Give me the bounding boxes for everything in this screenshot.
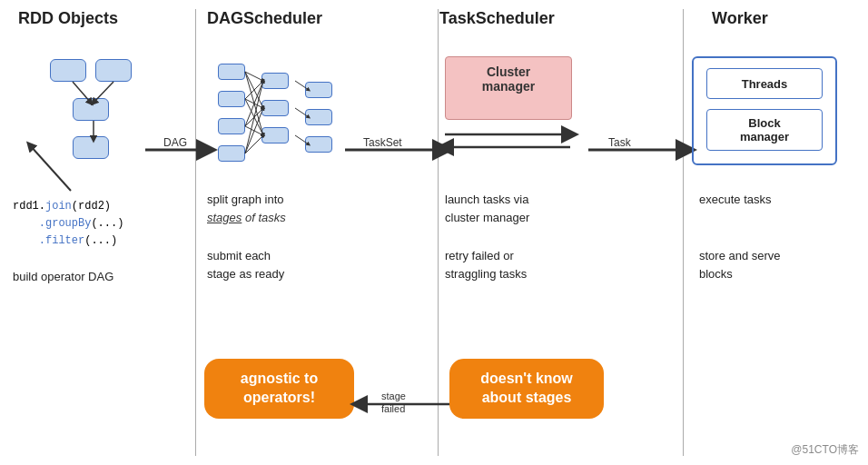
cluster-manager-label: Clustermanager bbox=[482, 64, 535, 94]
worker-desc2: store and serveblocks bbox=[699, 247, 781, 282]
worker-header: Worker bbox=[712, 9, 768, 28]
svg-line-19 bbox=[295, 108, 309, 117]
cluster-arrows bbox=[445, 118, 577, 163]
agnostic-btn[interactable]: agnostic tooperators! bbox=[204, 359, 354, 419]
agnostic-label: agnostic tooperators! bbox=[241, 371, 318, 405]
svg-text:failed: failed bbox=[381, 403, 405, 414]
dag-network bbox=[213, 59, 350, 177]
dag-arrow: DAG bbox=[145, 136, 218, 163]
rdd-upleft-arrow bbox=[25, 141, 80, 195]
dag-desc1: split graph into stages of tasks bbox=[207, 191, 286, 226]
svg-line-18 bbox=[295, 81, 309, 90]
svg-line-3 bbox=[30, 145, 71, 191]
cluster-manager-box: Clustermanager bbox=[445, 56, 572, 120]
rdd-header: RDD Objects bbox=[18, 9, 118, 28]
stage-failed-arrow: stage failed bbox=[354, 381, 454, 418]
taskset-arrow: TaskSet bbox=[345, 136, 454, 163]
svg-line-15 bbox=[245, 81, 263, 153]
threads-box: Threads bbox=[706, 68, 823, 99]
diagram: RDD Objects DAGScheduler TaskScheduler W… bbox=[0, 0, 868, 465]
doesnt-know-label: doesn't knowabout stages bbox=[480, 371, 573, 405]
task-desc2: retry failed orstraggling tasks bbox=[445, 247, 527, 282]
svg-text:stage: stage bbox=[381, 391, 406, 401]
worker-desc1: execute tasks bbox=[699, 191, 772, 209]
task-desc1: launch tasks viacluster manager bbox=[445, 191, 529, 226]
svg-text:TaskSet: TaskSet bbox=[363, 136, 402, 149]
svg-line-0 bbox=[73, 82, 91, 103]
task-header: TaskScheduler bbox=[439, 9, 555, 28]
threads-label: Threads bbox=[742, 77, 788, 91]
svg-line-20 bbox=[295, 135, 309, 144]
dag-header: DAGScheduler bbox=[207, 9, 322, 28]
watermark: @51CTO博客 bbox=[791, 442, 859, 458]
rdd-desc: build operator DAG bbox=[13, 268, 113, 286]
block-manager-label: Blockmanager bbox=[740, 116, 789, 143]
doesnt-know-btn[interactable]: doesn't knowabout stages bbox=[449, 359, 604, 419]
svg-text:Task: Task bbox=[608, 136, 632, 149]
task-worker-arrow: Task bbox=[588, 136, 697, 163]
svg-text:DAG: DAG bbox=[163, 136, 187, 149]
dag-desc2: submit eachstage as ready bbox=[207, 247, 284, 282]
divider-3 bbox=[683, 9, 684, 456]
block-manager-box: Blockmanager bbox=[706, 109, 823, 151]
svg-line-1 bbox=[94, 82, 113, 103]
rdd-code: rdd1.join(rdd2) .groupBy(...) .filter(..… bbox=[13, 198, 123, 251]
